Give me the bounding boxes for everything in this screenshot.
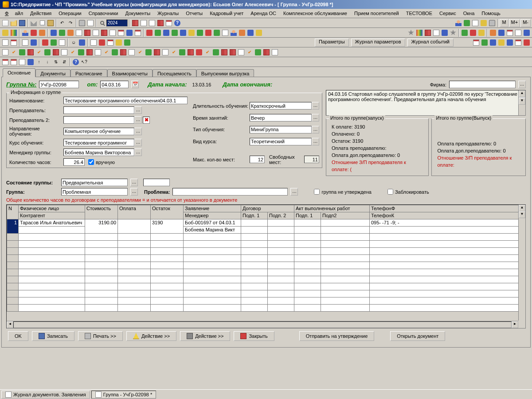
tb4-icon[interactable] bbox=[229, 48, 237, 56]
tb2-icon[interactable] bbox=[75, 29, 83, 37]
events-journal-button[interactable]: Журнал событий bbox=[407, 39, 454, 47]
teacher-pick-button[interactable]: … bbox=[134, 106, 142, 114]
col-manager[interactable]: Менеджер bbox=[184, 212, 241, 219]
tb4-icon[interactable] bbox=[77, 48, 85, 56]
tb-cal-icon[interactable] bbox=[165, 19, 173, 27]
tb5-icon[interactable] bbox=[10, 58, 18, 66]
manual-checkbox[interactable]: вручную bbox=[88, 159, 115, 165]
col-phonek[interactable]: ТелефонК bbox=[370, 212, 525, 219]
tb2-icon[interactable] bbox=[188, 29, 196, 37]
menu-windows[interactable]: Окна bbox=[460, 10, 478, 17]
teacher2-clear-button[interactable]: ✖ bbox=[143, 117, 150, 124]
direction-pick-button[interactable]: … bbox=[134, 128, 142, 135]
type-pick-button[interactable]: … bbox=[312, 126, 319, 133]
teacher2-pick-button[interactable]: … bbox=[134, 116, 142, 124]
tb-calc-icon[interactable] bbox=[471, 19, 479, 27]
tb4-check-icon[interactable]: ✔ bbox=[69, 48, 77, 56]
tb4-check-icon[interactable]: ✔ bbox=[203, 48, 211, 56]
tb3-icon[interactable] bbox=[41, 39, 49, 47]
tb2-icon[interactable] bbox=[221, 29, 229, 37]
tb3-icon[interactable] bbox=[115, 39, 123, 47]
tb4-icon[interactable] bbox=[111, 48, 119, 56]
tb2-icon[interactable] bbox=[100, 29, 108, 37]
direction-input[interactable] bbox=[63, 128, 134, 135]
tb5-icon[interactable] bbox=[1, 58, 9, 66]
firm-pick-button[interactable]: … bbox=[518, 81, 526, 88]
tb3-icon[interactable] bbox=[10, 39, 18, 47]
tb3-icon[interactable] bbox=[30, 39, 38, 47]
hours-input[interactable] bbox=[63, 158, 85, 166]
tb3-icon[interactable] bbox=[123, 39, 131, 47]
tb2-icon[interactable] bbox=[415, 29, 423, 37]
menu-journals[interactable]: Журналы bbox=[154, 10, 182, 17]
tab-main[interactable]: Основные bbox=[3, 68, 35, 77]
tb4-icon[interactable] bbox=[145, 48, 153, 56]
tb5-sort2-icon[interactable]: ⇵ bbox=[60, 58, 68, 66]
tb-undo-icon[interactable]: ↶ bbox=[58, 19, 66, 27]
tb2-icon[interactable] bbox=[66, 29, 74, 37]
tb2-icon[interactable] bbox=[83, 29, 91, 37]
date-picker-icon[interactable]: 📅 bbox=[131, 81, 139, 88]
grid-vscroll[interactable]: ▲▼ bbox=[518, 205, 525, 321]
tb2-icon[interactable] bbox=[145, 29, 153, 37]
tb-help-icon[interactable]: ? bbox=[173, 19, 181, 27]
tb4-icon[interactable] bbox=[27, 48, 35, 56]
tb4-check-icon[interactable]: ✔ bbox=[170, 48, 178, 56]
col-n[interactable]: N bbox=[7, 205, 19, 219]
menu-dicts[interactable]: Справочники bbox=[86, 10, 121, 17]
type-input[interactable] bbox=[250, 126, 312, 133]
tb4-icon[interactable] bbox=[237, 48, 245, 56]
group-status-input[interactable] bbox=[61, 188, 128, 196]
tb4-check-icon[interactable]: ✔ bbox=[102, 48, 110, 56]
tb3-icon[interactable] bbox=[497, 39, 505, 47]
firm-input[interactable] bbox=[449, 81, 516, 88]
kind-pick-button[interactable]: … bbox=[312, 138, 319, 145]
tb4-check-icon[interactable]: ✔ bbox=[136, 48, 144, 56]
tb-checkdoc-icon[interactable] bbox=[148, 19, 156, 27]
tb3-icon[interactable] bbox=[58, 39, 66, 47]
tb-find-icon[interactable] bbox=[98, 19, 106, 27]
tb3-icon[interactable] bbox=[106, 39, 114, 47]
block-checkbox[interactable]: Заблокировать bbox=[387, 189, 429, 195]
tb2-icon[interactable] bbox=[117, 29, 125, 37]
tb-open-icon[interactable] bbox=[10, 19, 18, 27]
col-sign2[interactable]: Подп. 2 bbox=[268, 212, 294, 219]
tb3-icon[interactable] bbox=[50, 39, 58, 47]
students-grid[interactable]: N Физическое лицо Стоимость Оплата Остат… bbox=[6, 204, 526, 329]
tb4-icon[interactable] bbox=[153, 48, 161, 56]
col-act-sign2[interactable]: Подп2 bbox=[321, 212, 370, 219]
tb4-check-icon[interactable]: ✔ bbox=[246, 48, 254, 56]
tb2-icon[interactable] bbox=[477, 29, 485, 37]
tb2-icon[interactable] bbox=[255, 29, 263, 37]
state-extra-input[interactable] bbox=[143, 179, 170, 186]
memory-mplus[interactable]: M+ bbox=[509, 19, 520, 27]
tb3-tree-icon[interactable] bbox=[481, 39, 489, 47]
tb2-icon[interactable] bbox=[489, 29, 497, 37]
tb4-icon[interactable] bbox=[60, 48, 68, 56]
table-row[interactable]: 1 Тарасов Илья Анатольевич 3190.00 3190 … bbox=[7, 219, 525, 227]
tb4-icon[interactable] bbox=[220, 48, 228, 56]
print-button[interactable]: Печать >> bbox=[78, 331, 123, 341]
tb-tree-icon[interactable] bbox=[463, 19, 471, 27]
tb5-icon[interactable] bbox=[18, 58, 26, 66]
tb3-icon[interactable] bbox=[472, 39, 480, 47]
cell-mgr[interactable]: Бобнева Марина Викт bbox=[184, 227, 241, 234]
not-approved-checkbox[interactable]: группа не утверждена bbox=[314, 189, 371, 195]
tb-user-icon[interactable] bbox=[454, 19, 462, 27]
params-journal-button[interactable]: Журнал параметров bbox=[351, 39, 405, 47]
tb5-help-icon[interactable]: ? bbox=[72, 58, 80, 66]
tb4-icon[interactable] bbox=[212, 48, 220, 56]
tb2-icon[interactable] bbox=[30, 29, 38, 37]
tb5-up-icon[interactable]: ↑ bbox=[35, 58, 43, 66]
menu-reports[interactable]: Отчеты bbox=[183, 10, 206, 17]
tb4-icon[interactable] bbox=[86, 48, 94, 56]
group-no-input[interactable] bbox=[39, 81, 79, 88]
col-act[interactable]: Акт выполненных работ bbox=[294, 205, 370, 212]
tb2-icon[interactable] bbox=[92, 29, 100, 37]
time-input[interactable] bbox=[250, 114, 312, 121]
cell-cost[interactable]: 3190.00 bbox=[85, 219, 118, 234]
tb4-check-icon[interactable]: ✔ bbox=[35, 48, 43, 56]
tb3-icon[interactable] bbox=[21, 39, 29, 47]
tb2-icon[interactable] bbox=[50, 29, 58, 37]
col-contragent[interactable]: Контрагент bbox=[19, 212, 85, 219]
